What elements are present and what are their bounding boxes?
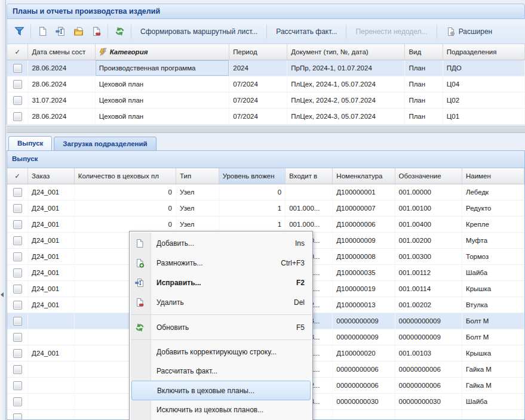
output-cell-order[interactable]: Д24_001 — [28, 297, 75, 313]
row-checkbox-cell[interactable] — [7, 76, 28, 92]
window-title-bar[interactable]: Планы и отчеты производства изделий — [7, 4, 525, 19]
output-cell-name[interactable]: Крепле — [462, 217, 524, 233]
plans-cell-period[interactable]: 2024 — [229, 60, 287, 76]
row-checkbox-cell[interactable] — [7, 92, 28, 109]
row-checkbox[interactable] — [13, 268, 22, 277]
output-cell-level[interactable]: 1 — [219, 200, 286, 217]
row-checkbox-cell[interactable] — [7, 265, 28, 281]
output-cell-order[interactable]: Д24_001 — [28, 217, 75, 233]
row-checkbox[interactable] — [13, 80, 22, 89]
output-cell-parent[interactable]: 001.000... — [285, 200, 333, 217]
output-table-row[interactable]: Д24_0010Узел1001.000...Д100000006001.004… — [7, 217, 524, 233]
output-cell-nomenclature[interactable]: 00000000009 — [333, 313, 395, 329]
plans-table-row[interactable]: 28.06.2024Цеховой план07/2024ПлЦех, 2024… — [7, 76, 525, 92]
form-route-list-button[interactable]: Сформировать маршрутный лист... — [134, 27, 264, 36]
output-cell-order[interactable]: Д24_001 — [28, 200, 75, 217]
row-checkbox-cell[interactable] — [7, 345, 28, 362]
output-cell-name[interactable]: Шайба — [462, 265, 524, 281]
plans-table-row[interactable]: 31.07.2024Цеховой план07/2024ПлЦех, 2024… — [7, 92, 525, 109]
row-checkbox[interactable] — [13, 285, 22, 294]
row-checkbox-cell[interactable] — [7, 329, 28, 345]
row-checkbox-cell[interactable] — [7, 313, 28, 329]
output-cell-name[interactable]: Втулка — [462, 297, 524, 313]
row-checkbox[interactable] — [13, 64, 22, 73]
output-cell-name[interactable]: Муфта — [462, 233, 524, 249]
output-cell-nomenclature[interactable]: Д100000020 — [333, 345, 395, 362]
collapsed-side-panel[interactable] — [0, 0, 6, 420]
row-checkbox-cell[interactable] — [7, 297, 28, 313]
output-cell-level[interactable]: 1 — [219, 217, 286, 233]
output-cell-order[interactable]: Д24_001 — [28, 184, 75, 200]
output-cell-name[interactable]: Редукто — [462, 200, 524, 217]
collapse-panel-arrow-icon[interactable] — [1, 292, 4, 297]
row-checkbox-cell[interactable] — [7, 281, 28, 297]
plans-cell-division[interactable]: Ц02 — [443, 92, 525, 109]
output-cell-nomenclature[interactable]: Д100000019 — [333, 281, 395, 297]
output-cell-designation[interactable]: 00000000006 — [395, 362, 462, 378]
row-checkbox-cell[interactable] — [7, 394, 28, 410]
row-checkbox[interactable] — [13, 112, 22, 121]
output-cell-nomenclature[interactable]: Д100000008 — [333, 249, 395, 265]
output-cell-parent[interactable]: 001.000... — [285, 217, 333, 233]
plans-cell-date[interactable]: 28.06.2024 — [28, 76, 95, 92]
plans-cell-category[interactable]: Цеховой план — [96, 76, 230, 92]
output-cell-order[interactable] — [28, 329, 75, 345]
filter-button[interactable] — [10, 23, 28, 41]
column-header-category[interactable]: Категория — [96, 44, 230, 60]
tab-departments-load[interactable]: Загрузка подразделений — [54, 137, 156, 150]
plans-cell-division[interactable]: ПДО — [443, 60, 525, 76]
column-header-period[interactable]: Период — [229, 44, 287, 60]
output-cell-nomenclature[interactable]: Д100000007 — [333, 200, 395, 217]
row-checkbox-cell[interactable] — [7, 109, 28, 125]
output-cell-designation[interactable]: 001.00114 — [395, 281, 462, 297]
row-checkbox[interactable] — [13, 188, 22, 197]
output-cell-nomenclature[interactable]: 00000000009 — [333, 329, 395, 345]
plans-cell-document[interactable]: ПлЦех, 2024-2, 05.07.2024 — [287, 92, 405, 109]
output-cell-name[interactable]: Тормоз — [462, 249, 524, 265]
output-cell-name[interactable]: Шайба — [462, 394, 524, 410]
row-checkbox[interactable] — [13, 413, 22, 420]
column-header-nomenclature[interactable]: Номенклатура — [333, 168, 395, 184]
row-checkbox[interactable] — [13, 349, 22, 358]
row-checkbox-cell[interactable] — [7, 217, 28, 233]
column-header-parent[interactable]: Входит в — [285, 168, 333, 184]
output-cell-order[interactable] — [28, 362, 75, 378]
row-checkbox[interactable] — [13, 301, 22, 310]
output-cell-designation[interactable]: 00000000009 — [395, 329, 462, 345]
menu-item[interactable]: Размножить...Ctrl+F3 — [130, 253, 312, 273]
output-cell-designation[interactable]: 00000000006 — [395, 378, 462, 394]
refresh-button[interactable] — [110, 23, 128, 41]
output-cell-qty[interactable]: 0 — [75, 184, 176, 200]
output-cell-order[interactable]: Д24_001 — [28, 281, 75, 297]
output-cell-name[interactable]: Гайка М — [462, 362, 524, 378]
plans-table-row[interactable]: 28.06.2024Цеховой план07/2024ПлЦех, 2024… — [7, 109, 525, 125]
column-header-order[interactable]: Заказ — [28, 168, 75, 184]
row-checkbox[interactable] — [13, 252, 22, 261]
menu-item[interactable]: Добавить корректирующую строку... — [130, 342, 312, 362]
edit-document-button[interactable] — [51, 23, 69, 41]
extended-button[interactable]: Расширен — [440, 27, 499, 36]
plans-cell-document[interactable]: ПлЦех, 2024-1, 05.07.2024 — [287, 76, 405, 92]
row-checkbox-cell[interactable] — [7, 233, 28, 249]
column-header-kind[interactable]: Вид — [405, 44, 443, 60]
output-cell-name[interactable]: Крышка — [462, 281, 524, 297]
output-cell-name[interactable] — [462, 410, 524, 420]
plans-cell-category[interactable]: Цеховой план — [96, 109, 230, 125]
row-checkbox[interactable] — [13, 220, 22, 229]
plans-cell-division[interactable]: Ц01 — [443, 109, 525, 125]
output-cell-nomenclature[interactable]: Д100000035 — [333, 265, 395, 281]
output-table-row[interactable]: Д24_0010Узел1001.000...Д100000007001.001… — [7, 200, 524, 217]
output-cell-name[interactable]: Крышка — [462, 345, 524, 362]
output-cell-order[interactable]: Д24_001 — [28, 233, 75, 249]
menu-item[interactable]: ОбновитьF5 — [130, 317, 312, 337]
output-cell-designation[interactable]: 001.00103 — [395, 345, 462, 362]
plans-cell-date[interactable]: 28.06.2024 — [28, 109, 95, 125]
row-checkbox-cell[interactable] — [7, 184, 28, 200]
add-document-button[interactable] — [33, 23, 51, 41]
menu-item[interactable]: УдалитьDel — [130, 292, 312, 312]
row-checkbox[interactable] — [13, 204, 22, 213]
row-checkbox-cell[interactable] — [7, 362, 28, 378]
output-cell-designation[interactable]: 00000000009 — [395, 313, 462, 329]
column-header-type[interactable]: Тип — [176, 168, 219, 184]
output-cell-nomenclature[interactable]: 00000000006 — [333, 362, 395, 378]
